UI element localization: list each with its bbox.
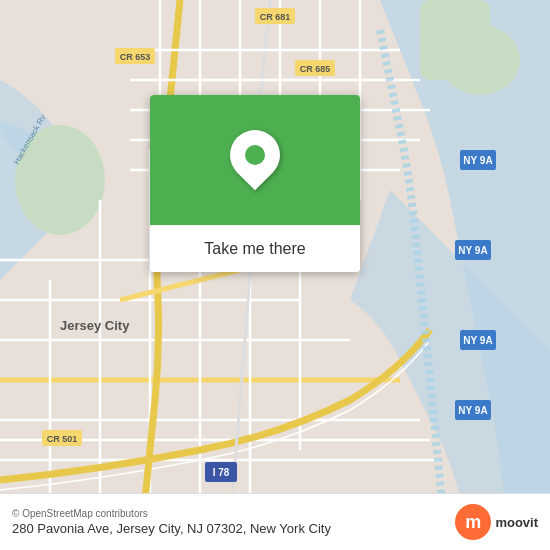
svg-text:CR 501: CR 501 bbox=[47, 434, 78, 444]
location-pin bbox=[230, 130, 280, 180]
card-map-area bbox=[150, 95, 360, 225]
svg-text:CR 681: CR 681 bbox=[260, 12, 291, 22]
map-container: CR 681 CR 653 CR 685 NY 9A NY 9A NY 9A N… bbox=[0, 0, 550, 550]
bottom-bar: © OpenStreetMap contributors 280 Pavonia… bbox=[0, 493, 550, 550]
take-me-there-button[interactable]: Take me there bbox=[150, 225, 360, 272]
attribution-text: © OpenStreetMap contributors bbox=[12, 508, 331, 519]
svg-text:NY 9A: NY 9A bbox=[458, 405, 487, 416]
svg-text:NY 9A: NY 9A bbox=[458, 245, 487, 256]
info-card: Take me there bbox=[150, 95, 360, 272]
bottom-left: © OpenStreetMap contributors 280 Pavonia… bbox=[12, 508, 331, 536]
moovit-logo: m moovit bbox=[455, 504, 538, 540]
svg-rect-3 bbox=[420, 0, 490, 80]
svg-text:Jersey City: Jersey City bbox=[60, 318, 130, 333]
svg-text:I 78: I 78 bbox=[213, 467, 230, 478]
svg-text:NY 9A: NY 9A bbox=[463, 335, 492, 346]
svg-text:CR 653: CR 653 bbox=[120, 52, 151, 62]
pin-shape bbox=[220, 120, 291, 191]
moovit-letter: m bbox=[465, 512, 481, 533]
pin-inner bbox=[245, 145, 265, 165]
moovit-text: moovit bbox=[495, 515, 538, 530]
svg-text:NY 9A: NY 9A bbox=[463, 155, 492, 166]
moovit-icon: m bbox=[455, 504, 491, 540]
map-background[interactable]: CR 681 CR 653 CR 685 NY 9A NY 9A NY 9A N… bbox=[0, 0, 550, 550]
address-text: 280 Pavonia Ave, Jersey City, NJ 07302, … bbox=[12, 521, 331, 536]
svg-text:CR 685: CR 685 bbox=[300, 64, 331, 74]
